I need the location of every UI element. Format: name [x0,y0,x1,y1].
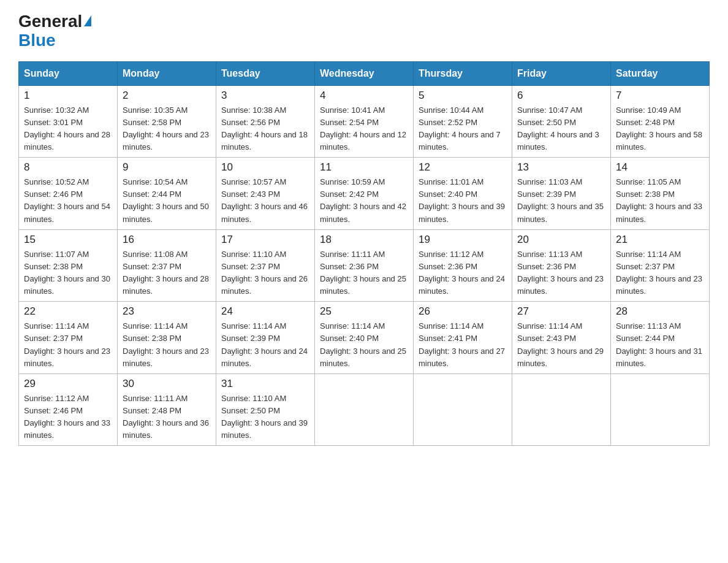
weekday-header-wednesday: Wednesday [315,61,414,85]
calendar-cell: 15 Sunrise: 11:07 AMSunset: 2:38 PMDayli… [19,229,118,302]
day-info: Sunrise: 11:14 AMSunset: 2:38 PMDaylight… [123,321,209,367]
day-info: Sunrise: 11:11 AMSunset: 2:36 PMDaylight… [320,250,406,296]
calendar-week-row: 8 Sunrise: 10:52 AMSunset: 2:46 PMDaylig… [19,158,710,230]
day-number: 6 [517,90,605,102]
day-info: Sunrise: 11:13 AMSunset: 2:44 PMDaylight… [616,321,702,367]
calendar-week-row: 1 Sunrise: 10:32 AMSunset: 3:01 PMDaylig… [19,85,710,158]
day-info: Sunrise: 10:47 AMSunset: 2:50 PMDaylight… [517,105,599,151]
calendar-table: SundayMondayTuesdayWednesdayThursdayFrid… [18,61,710,446]
day-info: Sunrise: 11:08 AMSunset: 2:37 PMDaylight… [123,250,209,296]
logo-triangle-icon [84,15,91,26]
calendar-cell: 13 Sunrise: 11:03 AMSunset: 2:39 PMDayli… [512,158,611,230]
day-info: Sunrise: 11:14 AMSunset: 2:40 PMDaylight… [320,321,406,367]
day-info: Sunrise: 11:13 AMSunset: 2:36 PMDaylight… [517,250,604,296]
calendar-cell: 14 Sunrise: 11:05 AMSunset: 2:38 PMDayli… [611,158,710,230]
day-info: Sunrise: 10:41 AMSunset: 2:54 PMDaylight… [320,105,406,151]
day-number: 27 [517,305,605,318]
calendar-cell: 22 Sunrise: 11:14 AMSunset: 2:37 PMDayli… [19,302,118,374]
calendar-week-row: 22 Sunrise: 11:14 AMSunset: 2:37 PMDayli… [19,302,710,374]
day-number: 21 [616,234,704,246]
calendar-cell: 6 Sunrise: 10:47 AMSunset: 2:50 PMDaylig… [512,85,611,158]
day-info: Sunrise: 11:14 AMSunset: 2:37 PMDaylight… [616,250,702,296]
calendar-cell: 4 Sunrise: 10:41 AMSunset: 2:54 PMDaylig… [315,85,414,158]
page-header: General Blue [18,12,710,50]
calendar-cell: 29 Sunrise: 11:12 AMSunset: 2:46 PMDayli… [19,373,118,446]
day-info: Sunrise: 10:57 AMSunset: 2:43 PMDaylight… [221,177,308,223]
weekday-header-tuesday: Tuesday [216,61,315,85]
day-info: Sunrise: 10:32 AMSunset: 3:01 PMDaylight… [24,105,110,151]
day-info: Sunrise: 11:01 AMSunset: 2:40 PMDaylight… [419,177,505,223]
day-number: 19 [419,234,507,246]
day-number: 10 [221,161,309,174]
calendar-cell: 23 Sunrise: 11:14 AMSunset: 2:38 PMDayli… [118,302,216,374]
calendar-cell: 25 Sunrise: 11:14 AMSunset: 2:40 PMDayli… [315,302,414,374]
calendar-cell: 20 Sunrise: 11:13 AMSunset: 2:36 PMDayli… [512,229,611,302]
day-number: 12 [419,161,507,174]
logo-blue-text: Blue [18,31,56,50]
calendar-cell: 18 Sunrise: 11:11 AMSunset: 2:36 PMDayli… [315,229,414,302]
calendar-cell: 28 Sunrise: 11:13 AMSunset: 2:44 PMDayli… [611,302,710,374]
day-number: 18 [320,234,408,246]
day-number: 8 [24,161,112,174]
calendar-cell: 7 Sunrise: 10:49 AMSunset: 2:48 PMDaylig… [611,85,710,158]
day-number: 4 [320,90,408,102]
calendar-cell: 19 Sunrise: 11:12 AMSunset: 2:36 PMDayli… [414,229,512,302]
day-number: 30 [123,378,211,390]
calendar-cell [414,373,512,446]
calendar-cell: 11 Sunrise: 10:59 AMSunset: 2:42 PMDayli… [315,158,414,230]
weekday-header-monday: Monday [118,61,216,85]
weekday-header-friday: Friday [512,61,611,85]
day-number: 5 [419,90,507,102]
calendar-cell: 10 Sunrise: 10:57 AMSunset: 2:43 PMDayli… [216,158,315,230]
day-info: Sunrise: 10:44 AMSunset: 2:52 PMDaylight… [419,105,501,151]
day-number: 24 [221,305,309,318]
calendar-header-row: SundayMondayTuesdayWednesdayThursdayFrid… [19,61,710,85]
day-info: Sunrise: 10:54 AMSunset: 2:44 PMDaylight… [123,177,209,223]
calendar-cell: 3 Sunrise: 10:38 AMSunset: 2:56 PMDaylig… [216,85,315,158]
day-number: 29 [24,378,112,390]
weekday-header-thursday: Thursday [414,61,512,85]
calendar-week-row: 15 Sunrise: 11:07 AMSunset: 2:38 PMDayli… [19,229,710,302]
day-number: 20 [517,234,605,246]
day-info: Sunrise: 11:14 AMSunset: 2:37 PMDaylight… [24,321,110,367]
calendar-cell: 31 Sunrise: 11:10 AMSunset: 2:50 PMDayli… [216,373,315,446]
calendar-cell: 21 Sunrise: 11:14 AMSunset: 2:37 PMDayli… [611,229,710,302]
day-number: 26 [419,305,507,318]
day-number: 25 [320,305,408,318]
calendar-cell: 24 Sunrise: 11:14 AMSunset: 2:39 PMDayli… [216,302,315,374]
day-info: Sunrise: 10:52 AMSunset: 2:46 PMDaylight… [24,177,110,223]
day-number: 9 [123,161,211,174]
logo-general-text: General [18,12,91,31]
calendar-cell: 27 Sunrise: 11:14 AMSunset: 2:43 PMDayli… [512,302,611,374]
calendar-cell: 2 Sunrise: 10:35 AMSunset: 2:58 PMDaylig… [118,85,216,158]
day-info: Sunrise: 11:12 AMSunset: 2:46 PMDaylight… [24,394,110,440]
calendar-cell: 12 Sunrise: 11:01 AMSunset: 2:40 PMDayli… [414,158,512,230]
logo: General Blue [18,12,91,50]
day-number: 31 [221,378,309,390]
calendar-cell [315,373,414,446]
day-info: Sunrise: 11:14 AMSunset: 2:41 PMDaylight… [419,321,505,367]
calendar-cell: 8 Sunrise: 10:52 AMSunset: 2:46 PMDaylig… [19,158,118,230]
day-number: 17 [221,234,309,246]
day-info: Sunrise: 11:14 AMSunset: 2:43 PMDaylight… [517,321,604,367]
day-info: Sunrise: 10:38 AMSunset: 2:56 PMDaylight… [221,105,308,151]
day-number: 14 [616,161,704,174]
calendar-cell: 9 Sunrise: 10:54 AMSunset: 2:44 PMDaylig… [118,158,216,230]
weekday-header-saturday: Saturday [611,61,710,85]
day-info: Sunrise: 11:12 AMSunset: 2:36 PMDaylight… [419,250,505,296]
day-info: Sunrise: 10:49 AMSunset: 2:48 PMDaylight… [616,105,702,151]
day-info: Sunrise: 11:11 AMSunset: 2:48 PMDaylight… [123,394,209,440]
calendar-cell: 16 Sunrise: 11:08 AMSunset: 2:37 PMDayli… [118,229,216,302]
calendar-week-row: 29 Sunrise: 11:12 AMSunset: 2:46 PMDayli… [19,373,710,446]
day-info: Sunrise: 10:35 AMSunset: 2:58 PMDaylight… [123,105,209,151]
calendar-cell: 17 Sunrise: 11:10 AMSunset: 2:37 PMDayli… [216,229,315,302]
day-info: Sunrise: 11:05 AMSunset: 2:38 PMDaylight… [616,177,702,223]
day-info: Sunrise: 10:59 AMSunset: 2:42 PMDaylight… [320,177,406,223]
day-number: 13 [517,161,605,174]
calendar-cell [512,373,611,446]
day-number: 1 [24,90,112,102]
calendar-cell [611,373,710,446]
day-number: 3 [221,90,309,102]
day-number: 23 [123,305,211,318]
weekday-header-sunday: Sunday [19,61,118,85]
